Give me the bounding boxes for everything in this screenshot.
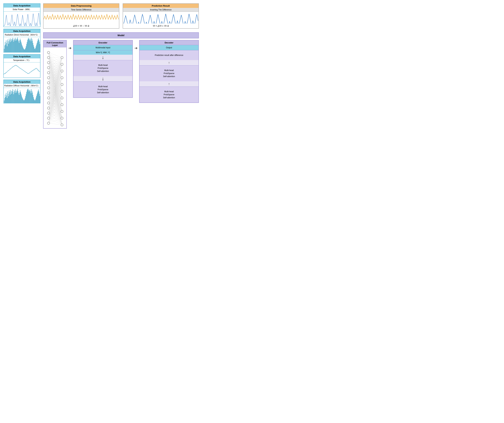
svg-line-170	[48, 63, 62, 71]
da-chart-temperature	[4, 62, 40, 78]
svg-rect-1	[5, 46, 5, 52]
svg-rect-67	[37, 41, 38, 52]
encoder-column: Encoder Multimodal input W/m^2; MW ;°C ↓…	[73, 40, 133, 98]
svg-rect-93	[14, 90, 14, 103]
svg-rect-14	[11, 40, 11, 52]
svg-point-311	[47, 51, 50, 54]
svg-rect-15	[12, 41, 12, 52]
svg-rect-74	[5, 98, 5, 103]
svg-rect-31	[19, 40, 20, 52]
svg-rect-95	[15, 93, 15, 103]
svg-rect-51	[29, 40, 30, 52]
svg-rect-39	[24, 48, 24, 52]
svg-rect-122	[28, 90, 29, 103]
svg-rect-66	[37, 43, 37, 52]
svg-rect-59	[33, 45, 34, 52]
model-section: Model Full Connection Layer	[43, 32, 199, 129]
svg-line-258	[48, 71, 62, 103]
svg-rect-110	[22, 98, 23, 103]
da-header-3: Data Acquisition	[4, 54, 40, 59]
svg-rect-38	[23, 47, 23, 52]
svg-rect-49	[28, 38, 29, 52]
svg-point-328	[61, 70, 63, 72]
svg-rect-72	[40, 44, 40, 52]
svg-rect-98	[17, 93, 17, 103]
svg-rect-56	[32, 39, 32, 52]
svg-line-279	[48, 64, 62, 113]
svg-rect-78	[6, 95, 7, 103]
svg-rect-94	[14, 91, 15, 103]
svg-rect-119	[27, 90, 27, 103]
enc-arrow-1: ↓	[73, 55, 132, 60]
svg-rect-132	[33, 97, 34, 103]
model-header: Model	[43, 32, 199, 38]
svg-rect-65	[36, 45, 36, 52]
svg-rect-10	[9, 39, 9, 52]
svg-rect-3	[6, 45, 6, 52]
svg-rect-23	[16, 38, 16, 52]
da-subtitle-1: Solar Power（MW）	[4, 8, 40, 12]
svg-point-317	[47, 82, 50, 84]
center-right: Data Preprocessing Time Series Differenc…	[43, 3, 199, 129]
svg-rect-36	[22, 45, 22, 52]
svg-rect-9	[8, 44, 9, 52]
dec-attention-2: Multi-head ProbSparse Self-attention	[139, 87, 198, 102]
svg-point-321	[47, 102, 50, 104]
svg-rect-64	[36, 46, 36, 52]
svg-point-330	[61, 83, 63, 86]
svg-line-280	[48, 71, 62, 113]
svg-point-319	[47, 92, 50, 94]
svg-rect-100	[17, 89, 18, 103]
pr-formula: Yt = ΔYt + Yt−k	[123, 24, 198, 28]
svg-rect-84	[9, 92, 10, 103]
svg-rect-116	[25, 96, 26, 103]
svg-rect-99	[17, 90, 17, 103]
svg-rect-12	[10, 42, 10, 52]
svg-rect-127	[31, 93, 31, 103]
svg-rect-73	[4, 100, 4, 103]
svg-rect-136	[35, 99, 36, 103]
svg-rect-108	[21, 95, 22, 103]
svg-rect-54	[31, 41, 31, 52]
svg-rect-138	[36, 96, 36, 103]
dec-diff-block: Prediction result after difference	[139, 50, 198, 60]
svg-rect-42	[25, 49, 25, 52]
svg-rect-20	[14, 38, 14, 52]
svg-point-315	[47, 71, 50, 74]
preprocessing-box: Data Preprocessing Time Series Differenc…	[43, 3, 119, 29]
svg-rect-129	[32, 91, 32, 103]
svg-rect-33	[20, 40, 21, 52]
svg-rect-140	[37, 93, 38, 103]
svg-rect-135	[35, 100, 35, 103]
svg-rect-11	[9, 40, 10, 52]
left-column: Data Acquisition Solar Power（MW） Data Ac…	[3, 3, 41, 103]
svg-rect-7	[8, 40, 8, 52]
svg-rect-21	[14, 40, 15, 52]
svg-rect-124	[29, 90, 30, 103]
svg-rect-143	[39, 92, 39, 103]
svg-rect-55	[31, 38, 32, 52]
svg-rect-141	[38, 91, 38, 103]
svg-rect-91	[13, 92, 13, 103]
svg-rect-130	[32, 93, 33, 103]
svg-rect-47	[27, 40, 28, 52]
model-body: Full Connection Layer	[43, 40, 199, 129]
pp-header: Data Preprocessing	[43, 4, 119, 8]
svg-rect-68	[38, 40, 38, 52]
svg-rect-83	[9, 90, 9, 103]
svg-line-146	[48, 53, 62, 58]
svg-line-310	[48, 123, 62, 125]
svg-rect-80	[8, 91, 8, 103]
svg-rect-71	[39, 42, 40, 52]
svg-rect-46	[27, 42, 27, 52]
svg-rect-35	[21, 43, 22, 52]
svg-rect-114	[24, 100, 25, 103]
svg-rect-96	[16, 89, 16, 103]
svg-rect-2	[5, 42, 5, 52]
svg-rect-109	[22, 97, 22, 103]
svg-point-334	[61, 110, 63, 113]
enc-attention-1: Multi-head ProbSparse Self-attention	[73, 60, 132, 76]
svg-rect-22	[15, 41, 15, 52]
da-subtitle-4: Radiation Diffuse Horizontal（W/m^2）	[4, 84, 40, 88]
svg-rect-97	[16, 91, 16, 103]
